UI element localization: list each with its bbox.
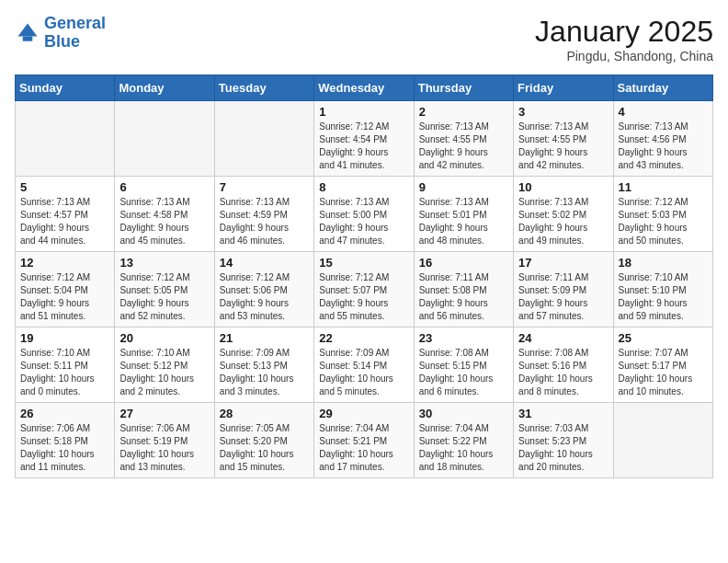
day-info: Sunrise: 7:05 AM Sunset: 5:20 PM Dayligh… [220, 422, 309, 474]
calendar-cell [115, 101, 214, 177]
calendar-cell: 17Sunrise: 7:11 AM Sunset: 5:09 PM Dayli… [514, 252, 613, 327]
weekday-header-monday: Monday [115, 75, 214, 101]
calendar-cell: 20Sunrise: 7:10 AM Sunset: 5:12 PM Dayli… [115, 327, 214, 403]
calendar-cell: 31Sunrise: 7:03 AM Sunset: 5:23 PM Dayli… [514, 403, 613, 478]
day-number: 18 [619, 256, 708, 270]
calendar-cell: 30Sunrise: 7:04 AM Sunset: 5:22 PM Dayli… [414, 403, 513, 478]
day-info: Sunrise: 7:10 AM Sunset: 5:12 PM Dayligh… [119, 347, 209, 398]
day-number: 20 [119, 331, 209, 345]
day-number: 14 [220, 256, 309, 270]
weekday-header-row: SundayMondayTuesdayWednesdayThursdayFrid… [16, 75, 713, 101]
day-info: Sunrise: 7:04 AM Sunset: 5:22 PM Dayligh… [419, 422, 508, 474]
calendar-cell: 29Sunrise: 7:04 AM Sunset: 5:21 PM Dayli… [314, 403, 414, 478]
calendar-week-row: 19Sunrise: 7:10 AM Sunset: 5:11 PM Dayli… [16, 327, 713, 403]
calendar-cell: 3Sunrise: 7:13 AM Sunset: 4:55 PM Daylig… [514, 101, 613, 177]
day-number: 6 [119, 180, 209, 194]
day-info: Sunrise: 7:13 AM Sunset: 4:56 PM Dayligh… [619, 121, 708, 172]
calendar-cell: 14Sunrise: 7:12 AM Sunset: 5:06 PM Dayli… [214, 252, 313, 327]
calendar-cell: 1Sunrise: 7:12 AM Sunset: 4:54 PM Daylig… [314, 101, 414, 177]
day-info: Sunrise: 7:13 AM Sunset: 5:01 PM Dayligh… [419, 196, 508, 247]
day-number: 29 [319, 407, 408, 420]
calendar-cell: 12Sunrise: 7:12 AM Sunset: 5:04 PM Dayli… [16, 252, 115, 327]
weekday-header-saturday: Saturday [613, 75, 712, 101]
calendar-cell [214, 101, 313, 177]
day-info: Sunrise: 7:08 AM Sunset: 5:16 PM Dayligh… [518, 347, 608, 398]
calendar-cell [613, 403, 712, 478]
weekday-header-friday: Friday [514, 75, 613, 101]
day-number: 4 [619, 105, 708, 119]
calendar-cell: 16Sunrise: 7:11 AM Sunset: 5:08 PM Dayli… [414, 252, 513, 327]
day-number: 8 [319, 180, 408, 194]
weekday-header-sunday: Sunday [16, 75, 115, 101]
calendar-cell: 2Sunrise: 7:13 AM Sunset: 4:55 PM Daylig… [414, 101, 513, 177]
calendar-week-row: 12Sunrise: 7:12 AM Sunset: 5:04 PM Dayli… [16, 252, 713, 327]
calendar-week-row: 5Sunrise: 7:13 AM Sunset: 4:57 PM Daylig… [16, 177, 713, 252]
logo-icon [15, 20, 40, 46]
logo-text: General Blue [44, 15, 106, 52]
day-number: 16 [419, 256, 508, 270]
calendar-cell: 19Sunrise: 7:10 AM Sunset: 5:11 PM Dayli… [16, 327, 115, 403]
weekday-header-wednesday: Wednesday [314, 75, 414, 101]
day-number: 13 [119, 256, 209, 270]
logo: General Blue [15, 15, 106, 52]
calendar-cell: 21Sunrise: 7:09 AM Sunset: 5:13 PM Dayli… [214, 327, 313, 403]
day-number: 11 [619, 180, 708, 194]
calendar-cell: 24Sunrise: 7:08 AM Sunset: 5:16 PM Dayli… [514, 327, 613, 403]
day-info: Sunrise: 7:06 AM Sunset: 5:19 PM Dayligh… [119, 422, 209, 474]
day-info: Sunrise: 7:13 AM Sunset: 4:59 PM Dayligh… [220, 196, 309, 247]
day-number: 7 [220, 180, 309, 194]
weekday-header-thursday: Thursday [414, 75, 513, 101]
svg-marker-0 [18, 23, 38, 36]
calendar-cell: 13Sunrise: 7:12 AM Sunset: 5:05 PM Dayli… [115, 252, 214, 327]
calendar-cell: 27Sunrise: 7:06 AM Sunset: 5:19 PM Dayli… [115, 403, 214, 478]
day-number: 27 [119, 407, 209, 420]
day-number: 22 [319, 331, 408, 345]
title-block: January 2025 Pingdu, Shandong, China [535, 15, 713, 63]
calendar-cell [16, 101, 115, 177]
calendar-cell: 11Sunrise: 7:12 AM Sunset: 5:03 PM Dayli… [613, 177, 712, 252]
day-number: 1 [319, 105, 408, 119]
calendar-cell: 15Sunrise: 7:12 AM Sunset: 5:07 PM Dayli… [314, 252, 414, 327]
day-number: 9 [419, 180, 508, 194]
day-number: 2 [419, 105, 508, 119]
day-number: 17 [518, 256, 608, 270]
logo-line2: Blue [44, 32, 80, 51]
day-info: Sunrise: 7:12 AM Sunset: 5:03 PM Dayligh… [619, 196, 708, 247]
day-number: 25 [619, 331, 708, 345]
calendar-cell: 8Sunrise: 7:13 AM Sunset: 5:00 PM Daylig… [314, 177, 414, 252]
day-number: 24 [518, 331, 608, 345]
day-info: Sunrise: 7:12 AM Sunset: 5:06 PM Dayligh… [220, 271, 309, 323]
day-number: 3 [518, 105, 608, 119]
logo-line1: General [44, 14, 106, 32]
day-info: Sunrise: 7:13 AM Sunset: 5:02 PM Dayligh… [518, 196, 608, 247]
day-info: Sunrise: 7:07 AM Sunset: 5:17 PM Dayligh… [619, 347, 708, 398]
day-info: Sunrise: 7:03 AM Sunset: 5:23 PM Dayligh… [518, 422, 608, 474]
calendar-cell: 4Sunrise: 7:13 AM Sunset: 4:56 PM Daylig… [613, 101, 712, 177]
calendar-cell: 10Sunrise: 7:13 AM Sunset: 5:02 PM Dayli… [514, 177, 613, 252]
day-info: Sunrise: 7:11 AM Sunset: 5:09 PM Dayligh… [518, 271, 608, 323]
day-info: Sunrise: 7:13 AM Sunset: 4:58 PM Dayligh… [119, 196, 209, 247]
day-info: Sunrise: 7:09 AM Sunset: 5:14 PM Dayligh… [319, 347, 408, 398]
calendar-cell: 28Sunrise: 7:05 AM Sunset: 5:20 PM Dayli… [214, 403, 313, 478]
calendar-cell: 18Sunrise: 7:10 AM Sunset: 5:10 PM Dayli… [613, 252, 712, 327]
day-info: Sunrise: 7:09 AM Sunset: 5:13 PM Dayligh… [220, 347, 309, 398]
day-number: 10 [518, 180, 608, 194]
day-number: 30 [419, 407, 508, 420]
svg-rect-1 [23, 36, 33, 40]
day-info: Sunrise: 7:04 AM Sunset: 5:21 PM Dayligh… [319, 422, 408, 474]
calendar-table: SundayMondayTuesdayWednesdayThursdayFrid… [15, 75, 713, 478]
day-info: Sunrise: 7:10 AM Sunset: 5:11 PM Dayligh… [20, 347, 109, 398]
calendar-cell: 7Sunrise: 7:13 AM Sunset: 4:59 PM Daylig… [214, 177, 313, 252]
day-info: Sunrise: 7:10 AM Sunset: 5:10 PM Dayligh… [619, 271, 708, 323]
day-number: 5 [20, 180, 109, 194]
location-subtitle: Pingdu, Shandong, China [535, 49, 713, 63]
day-info: Sunrise: 7:06 AM Sunset: 5:18 PM Dayligh… [20, 422, 109, 474]
day-info: Sunrise: 7:13 AM Sunset: 4:57 PM Dayligh… [20, 196, 109, 247]
day-info: Sunrise: 7:13 AM Sunset: 4:55 PM Dayligh… [518, 121, 608, 172]
calendar-cell: 5Sunrise: 7:13 AM Sunset: 4:57 PM Daylig… [16, 177, 115, 252]
weekday-header-tuesday: Tuesday [214, 75, 313, 101]
day-number: 26 [20, 407, 109, 420]
calendar-cell: 26Sunrise: 7:06 AM Sunset: 5:18 PM Dayli… [16, 403, 115, 478]
day-info: Sunrise: 7:08 AM Sunset: 5:15 PM Dayligh… [419, 347, 508, 398]
day-number: 23 [419, 331, 508, 345]
